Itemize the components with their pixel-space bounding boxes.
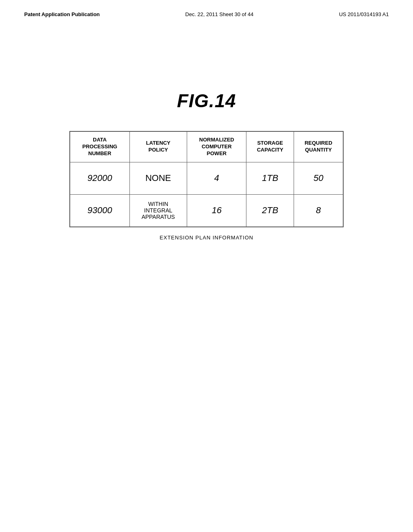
main-content: FIG.14 DATAPROCESSINGNUMBER LATENCYPOLIC… [0,17,413,241]
header-center: Dec. 22, 2011 Sheet 30 of 44 [185,11,253,17]
cell-storage-2: 2TB [246,194,294,227]
col-header-storage: STORAGECAPACITY [246,132,294,162]
page-header: Patent Application Publication Dec. 22, … [0,0,413,17]
cell-power-2: 16 [187,194,246,227]
cell-dpn-2: 93000 [70,194,130,227]
figure-title: FIG.14 [177,90,236,112]
data-table: DATAPROCESSINGNUMBER LATENCYPOLICY NORMA… [70,131,343,227]
data-table-container: DATAPROCESSINGNUMBER LATENCYPOLICY NORMA… [69,131,344,227]
cell-power-1: 4 [187,162,246,194]
table-row: 92000 NONE 4 1TB 50 [70,162,343,194]
col-header-data-processing: DATAPROCESSINGNUMBER [70,132,130,162]
cell-quantity-2: 8 [294,194,343,227]
table-caption: EXTENSION PLAN INFORMATION [160,235,253,241]
cell-latency-1: NONE [129,162,187,194]
cell-storage-1: 1TB [246,162,294,194]
col-header-latency: LATENCYPOLICY [129,132,187,162]
col-header-required: REQUIREDQUANTITY [294,132,343,162]
cell-quantity-1: 50 [294,162,343,194]
header-left: Patent Application Publication [24,11,100,17]
table-row: 93000 WITHININTEGRALAPPARATUS 16 2TB 8 [70,194,343,227]
col-header-normalized: NORMALIZEDCOMPUTERPOWER [187,132,246,162]
header-right: US 2011/0314193 A1 [339,11,389,17]
table-header-row: DATAPROCESSINGNUMBER LATENCYPOLICY NORMA… [70,132,343,162]
cell-dpn-1: 92000 [70,162,130,194]
cell-latency-2: WITHININTEGRALAPPARATUS [129,194,187,227]
